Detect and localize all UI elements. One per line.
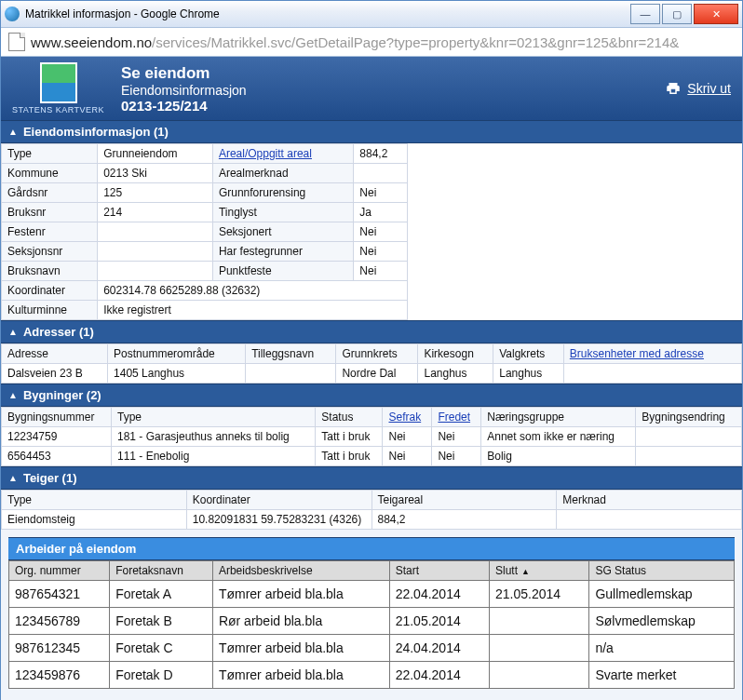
minimize-button[interactable]: — bbox=[630, 4, 660, 24]
cell: Foretak D bbox=[110, 662, 213, 689]
field-label: Har festegrunner bbox=[212, 242, 353, 262]
cell: Tømrer arbeid bla.bla bbox=[212, 635, 389, 662]
table-row: 123459876Foretak DTømrer arbeid bla.bla2… bbox=[9, 662, 735, 689]
column-header[interactable]: Arbeidsbeskrivelse bbox=[212, 561, 389, 581]
section-eiendom-header[interactable]: ▲ Eiendomsinformasjon (1) bbox=[1, 120, 742, 143]
field-label: Seksjonsnr bbox=[2, 242, 98, 262]
column-header: Postnummerområde bbox=[108, 344, 246, 364]
column-header: Koordinater bbox=[186, 491, 372, 510]
titlebar: Matrikkel informasjon - Google Chrome — … bbox=[1, 1, 742, 28]
cell: 24.04.2014 bbox=[389, 635, 489, 662]
column-header: Bygningsendring bbox=[636, 408, 742, 427]
close-button[interactable]: ✕ bbox=[694, 4, 738, 24]
field-value: 125 bbox=[98, 183, 213, 203]
table-row: 123456789Foretak BRør arbeid bla.bla21.0… bbox=[9, 608, 735, 635]
table-row: FestenrSeksjonertNei bbox=[2, 222, 408, 242]
logo-text: STATENS KARTVERK bbox=[12, 105, 104, 114]
field-value bbox=[354, 164, 408, 183]
cell: 6564453 bbox=[2, 447, 112, 466]
column-header[interactable]: SG Status bbox=[589, 561, 735, 581]
cell: Sølvmedlemskap bbox=[589, 608, 735, 635]
cell bbox=[563, 364, 741, 384]
field-label: Kommune bbox=[2, 164, 98, 183]
bruksenheter-link[interactable]: Bruksenheter med adresse bbox=[570, 347, 704, 360]
eiendom-table: TypeGrunneiendomAreal/Oppgitt areal884,2… bbox=[1, 143, 408, 320]
print-label: Skriv ut bbox=[687, 81, 731, 96]
table-row: TypeGrunneiendomAreal/Oppgitt areal884,2 bbox=[2, 144, 408, 164]
column-header: Bygningsnummer bbox=[2, 408, 112, 427]
table-header-row: AdressePostnummerområdeTilleggsnavnGrunn… bbox=[2, 344, 742, 364]
cell bbox=[636, 427, 742, 447]
column-header-link[interactable]: Fredet bbox=[438, 411, 470, 424]
header-line1: Se eiendom bbox=[121, 64, 247, 83]
cell: Rør arbeid bla.bla bbox=[212, 608, 389, 635]
column-header: Teigareal bbox=[372, 491, 557, 510]
table-row: SeksjonsnrHar festegrunnerNei bbox=[2, 242, 408, 262]
areal-link[interactable]: Areal/Oppgitt areal bbox=[219, 147, 312, 160]
cell: Nordre Dal bbox=[336, 364, 418, 384]
section-arbeider-header[interactable]: Arbeider på eiendom bbox=[8, 537, 735, 560]
table-row: Gårdsnr125GrunnforurensingNei bbox=[2, 183, 408, 203]
field-value: Ja bbox=[354, 203, 408, 222]
column-header-link[interactable]: Sefrak bbox=[388, 411, 421, 424]
collapse-icon: ▲ bbox=[8, 327, 18, 337]
cell: 1405 Langhus bbox=[108, 364, 246, 384]
page-header: STATENS KARTVERK Se eiendom Eiendomsinfo… bbox=[1, 57, 742, 120]
cell: Tømrer arbeid bla.bla bbox=[212, 581, 389, 608]
cell: Foretak B bbox=[110, 608, 213, 635]
adresser-table: AdressePostnummerområdeTilleggsnavnGrunn… bbox=[1, 343, 742, 384]
cell: 12234759 bbox=[2, 427, 112, 447]
cell bbox=[490, 635, 589, 662]
section-bygninger-title: Bygninger (2) bbox=[23, 388, 101, 402]
cell: Foretak A bbox=[110, 581, 213, 608]
table-row: Bruksnr214TinglystJa bbox=[2, 203, 408, 222]
section-teiger-header[interactable]: ▲ Teiger (1) bbox=[1, 466, 742, 490]
field-label: Festenr bbox=[2, 222, 98, 242]
field-value: Nei bbox=[354, 262, 408, 281]
table-row: Eiendomsteig10.82091831 59.75283231 (432… bbox=[2, 510, 742, 530]
cell: Tømrer arbeid bla.bla bbox=[212, 662, 389, 689]
teiger-table: TypeKoordinaterTeigarealMerknadEiendomst… bbox=[1, 490, 742, 530]
table-row: Kommune0213 SkiArealmerknad bbox=[2, 164, 408, 183]
collapse-icon: ▲ bbox=[8, 473, 18, 483]
window-buttons: — ▢ ✕ bbox=[630, 4, 738, 24]
cell bbox=[246, 364, 336, 384]
collapse-icon: ▲ bbox=[8, 127, 18, 137]
column-header[interactable]: Org. nummer bbox=[9, 561, 110, 581]
printer-icon bbox=[665, 80, 682, 97]
teiger-wrap: TypeKoordinaterTeigarealMerknadEiendomst… bbox=[1, 490, 742, 530]
column-header[interactable]: Slutt▲ bbox=[490, 561, 589, 581]
cell: Tatt i bruk bbox=[316, 427, 383, 447]
print-button[interactable]: Skriv ut bbox=[665, 80, 731, 97]
field-value bbox=[98, 242, 213, 262]
cell: 987612345 bbox=[9, 635, 110, 662]
cell: Nei bbox=[432, 447, 481, 466]
bygninger-wrap: BygningsnummerTypeStatusSefrakFredetNæri… bbox=[1, 407, 742, 466]
column-header: Adresse bbox=[2, 344, 108, 364]
section-adresser-header[interactable]: ▲ Adresser (1) bbox=[1, 320, 742, 343]
section-bygninger-header[interactable]: ▲ Bygninger (2) bbox=[1, 384, 742, 407]
field-label: Bruksnavn bbox=[2, 262, 98, 281]
column-header[interactable]: Foretaksnavn bbox=[110, 561, 213, 581]
field-label: Type bbox=[2, 144, 98, 164]
field-label: Gårdsnr bbox=[2, 183, 98, 203]
cell bbox=[490, 608, 589, 635]
cell bbox=[490, 662, 589, 689]
column-header: Tilleggsnavn bbox=[246, 344, 336, 364]
cell: Bolig bbox=[481, 447, 636, 466]
cell: 987654321 bbox=[9, 581, 110, 608]
header-line3: 0213-125/214 bbox=[121, 98, 247, 114]
maximize-button[interactable]: ▢ bbox=[662, 4, 692, 24]
field-label: Kulturminne bbox=[2, 301, 98, 320]
column-header: Sefrak bbox=[383, 408, 432, 427]
table-row: 987612345Foretak CTømrer arbeid bla.bla2… bbox=[9, 635, 735, 662]
url-bar[interactable]: www.seeiendom.no/services/Matrikkel.svc/… bbox=[1, 28, 742, 57]
table-row: KulturminneIkke registrert bbox=[2, 301, 408, 320]
cell: Dalsveien 23 B bbox=[2, 364, 108, 384]
field-label: Bruksnr bbox=[2, 203, 98, 222]
cell: Annet som ikke er næring bbox=[481, 427, 636, 447]
column-header: Type bbox=[2, 491, 187, 510]
column-header[interactable]: Start bbox=[389, 561, 489, 581]
column-header: Merknad bbox=[557, 491, 742, 510]
eiendom-table-wrap: TypeGrunneiendomAreal/Oppgitt areal884,2… bbox=[1, 143, 742, 320]
